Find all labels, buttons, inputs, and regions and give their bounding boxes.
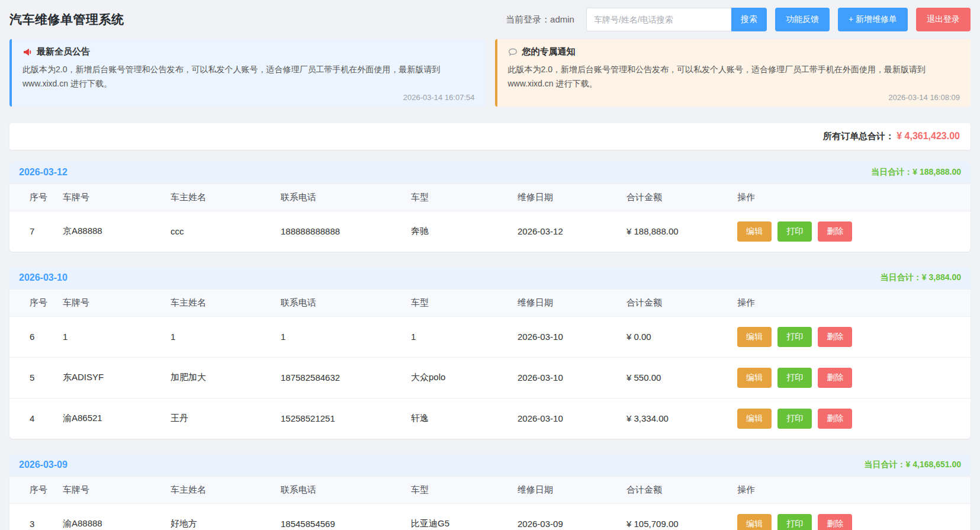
table-header-row: 序号车牌号车主姓名联系电话车型维修日期合计金额操作 xyxy=(9,184,971,211)
feedback-button[interactable]: 功能反馈 xyxy=(775,8,830,31)
delete-button[interactable]: 删除 xyxy=(818,514,852,530)
current-login: 当前登录：admin xyxy=(506,14,574,25)
column-header: 车型 xyxy=(411,477,518,504)
order-model: 大众polo xyxy=(411,357,518,398)
order-model: 轩逸 xyxy=(411,398,518,439)
column-header: 车牌号 xyxy=(63,477,171,504)
orders-table-card: 序号车牌号车主姓名联系电话车型维修日期合计金额操作 6 1 1 1 1 2026… xyxy=(9,290,971,439)
search-button[interactable]: 搜索 xyxy=(731,8,767,31)
app-header: 汽车维修单管理系统 当前登录：admin 搜索 功能反馈 + 新增维修单 退出登… xyxy=(0,0,980,39)
search-group: 搜索 xyxy=(586,8,767,31)
column-header: 操作 xyxy=(737,290,971,317)
print-button[interactable]: 打印 xyxy=(777,514,812,530)
delete-button[interactable]: 删除 xyxy=(818,409,852,429)
daily-total-label: 当日合计： xyxy=(871,167,912,176)
column-header: 序号 xyxy=(9,477,63,504)
order-actions: 编辑 打印 删除 xyxy=(737,357,971,398)
order-actions: 编辑 打印 删除 xyxy=(737,503,971,530)
announcement-title-text: 最新全员公告 xyxy=(37,46,90,57)
order-seq: 3 xyxy=(9,503,63,530)
column-header: 操作 xyxy=(737,184,971,211)
order-owner: ccc xyxy=(171,211,281,252)
daily-total-label: 当日合计： xyxy=(881,272,922,282)
orders-total-bar: 所有订单总合计： ¥ 4,361,423.00 xyxy=(9,123,971,150)
announcement-timestamp: 2026-03-14 16:07:54 xyxy=(23,93,475,102)
order-actions: 编辑 打印 删除 xyxy=(737,316,971,357)
order-actions: 编辑 打印 删除 xyxy=(737,398,971,439)
order-date: 2026-03-10 xyxy=(518,357,626,398)
print-button[interactable]: 打印 xyxy=(777,327,812,347)
order-row: 5 东ADISYF 加肥加大 187582584632 大众polo 2026-… xyxy=(9,357,971,398)
delete-button[interactable]: 删除 xyxy=(818,327,852,347)
order-phone: 188888888888 xyxy=(281,211,411,252)
order-date: 2026-03-12 xyxy=(518,211,626,252)
daily-total: 当日合计：¥ 188,888.00 xyxy=(871,167,961,178)
username: admin xyxy=(550,14,574,24)
daily-total-amount: ¥ 188,888.00 xyxy=(912,167,961,176)
column-header: 合计金额 xyxy=(626,290,737,317)
column-header: 联系电话 xyxy=(281,477,411,504)
edit-button[interactable]: 编辑 xyxy=(737,514,772,530)
personal-notice-body: 此版本为2.0，新增后台账号管理和公告发布，可以私发个人账号，适合修理厂员工带手… xyxy=(508,63,960,91)
column-header: 维修日期 xyxy=(518,184,626,211)
print-button[interactable]: 打印 xyxy=(777,221,812,242)
print-button[interactable]: 打印 xyxy=(777,409,812,429)
print-button[interactable]: 打印 xyxy=(777,368,812,388)
order-amount: ¥ 550.00 xyxy=(626,357,737,398)
table-header-row: 序号车牌号车主姓名联系电话车型维修日期合计金额操作 xyxy=(9,477,971,504)
daily-total-label: 当日合计： xyxy=(865,460,906,469)
order-plate: 东ADISYF xyxy=(63,357,171,398)
column-header: 序号 xyxy=(9,290,63,317)
column-header: 车牌号 xyxy=(63,290,171,317)
header-actions: 当前登录：admin 搜索 功能反馈 + 新增维修单 退出登录 xyxy=(506,8,971,31)
add-repair-order-button[interactable]: + 新增维修单 xyxy=(838,8,908,31)
order-row: 7 京A88888 ccc 188888888888 奔驰 2026-03-12… xyxy=(9,211,971,252)
order-model: 1 xyxy=(411,316,518,357)
order-plate: 渝A86521 xyxy=(63,398,171,439)
edit-button[interactable]: 编辑 xyxy=(737,368,772,388)
login-label: 当前登录： xyxy=(506,14,550,24)
daily-total-amount: ¥ 4,168,651.00 xyxy=(906,460,961,469)
order-phone: 1 xyxy=(281,316,411,357)
personal-notice-card: 您的专属通知 此版本为2.0，新增后台账号管理和公告发布，可以私发个人账号，适合… xyxy=(495,39,971,107)
announcement-body: 此版本为2.0，新增后台账号管理和公告发布，可以私发个人账号，适合修理厂员工带手… xyxy=(23,63,475,91)
order-owner: 王丹 xyxy=(171,398,281,439)
logout-button[interactable]: 退出登录 xyxy=(916,8,971,31)
order-row: 4 渝A86521 王丹 15258521251 轩逸 2026-03-10 ¥… xyxy=(9,398,971,439)
column-header: 车型 xyxy=(411,290,518,317)
column-header: 合计金额 xyxy=(626,477,737,504)
delete-button[interactable]: 删除 xyxy=(818,368,852,388)
order-seq: 5 xyxy=(9,357,63,398)
chat-bubble-icon xyxy=(508,47,518,57)
order-seq: 7 xyxy=(9,211,63,252)
order-plate: 渝A88888 xyxy=(63,503,171,530)
edit-button[interactable]: 编辑 xyxy=(737,409,772,429)
day-section: 2026-03-12 当日合计：¥ 188,888.00 序号车牌号车主姓名联系… xyxy=(9,162,971,252)
order-date: 2026-03-10 xyxy=(518,316,626,357)
order-row: 6 1 1 1 1 2026-03-10 ¥ 0.00 编辑 打印 删除 xyxy=(9,316,971,357)
orders-total-amount: ¥ 4,361,423.00 xyxy=(897,131,960,141)
edit-button[interactable]: 编辑 xyxy=(737,327,772,347)
order-owner: 好地方 xyxy=(171,503,281,530)
column-header: 车主姓名 xyxy=(171,184,281,211)
section-date: 2026-03-09 xyxy=(19,460,68,470)
edit-button[interactable]: 编辑 xyxy=(737,221,772,242)
announcement-title: 最新全员公告 xyxy=(23,46,475,57)
column-header: 序号 xyxy=(9,184,63,211)
section-date: 2026-03-10 xyxy=(19,272,68,283)
day-section-header: 2026-03-09 当日合计：¥ 4,168,651.00 xyxy=(9,454,971,476)
column-header: 车牌号 xyxy=(63,184,171,211)
delete-button[interactable]: 删除 xyxy=(818,221,852,242)
order-amount: ¥ 188,888.00 xyxy=(626,211,737,252)
daily-total: 当日合计：¥ 4,168,651.00 xyxy=(865,460,961,470)
orders-table: 序号车牌号车主姓名联系电话车型维修日期合计金额操作 7 京A88888 ccc … xyxy=(9,184,971,252)
order-amount: ¥ 3,334.00 xyxy=(626,398,737,439)
order-phone: 18545854569 xyxy=(281,503,411,530)
orders-total-label: 所有订单总合计： xyxy=(823,131,894,141)
order-owner: 1 xyxy=(171,316,281,357)
orders-table-card: 序号车牌号车主姓名联系电话车型维修日期合计金额操作 7 京A88888 ccc … xyxy=(9,184,971,252)
order-seq: 6 xyxy=(9,316,63,357)
personal-notice-title: 您的专属通知 xyxy=(508,46,960,57)
search-input[interactable] xyxy=(586,8,731,31)
column-header: 车主姓名 xyxy=(171,477,281,504)
